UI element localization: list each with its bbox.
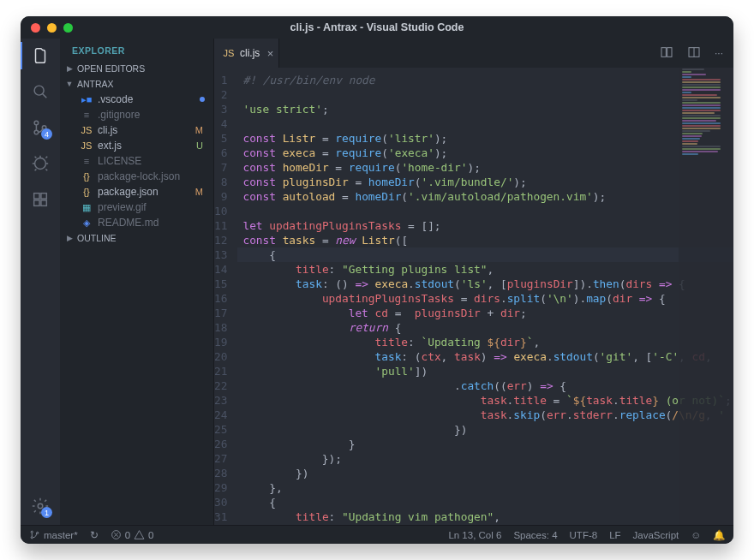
zoom-window-icon[interactable] <box>63 23 73 33</box>
js-file-icon: JS <box>81 140 93 152</box>
eol[interactable]: LF <box>609 530 620 540</box>
close-tab-icon[interactable]: × <box>267 47 274 60</box>
settings-badge: 1 <box>41 507 52 518</box>
window-controls <box>31 23 73 33</box>
line-numbers: 1234567891011121314151617181920212223242… <box>214 68 237 525</box>
file-name: .gitignore <box>98 109 140 121</box>
split-editor-icon[interactable] <box>687 45 701 62</box>
code-content[interactable]: #! /usr/bin/env node 'use strict'; const… <box>237 68 733 525</box>
explorer-sidebar: EXPLORER ▶OPEN EDITORS ▼ANTRAX ▸■.vscode… <box>60 39 214 525</box>
scm-badge: 4 <box>41 128 52 140</box>
tab-label: cli.js <box>240 47 260 59</box>
project-section[interactable]: ▼ANTRAX <box>60 76 213 92</box>
settings-gear-icon[interactable]: 1 <box>30 496 51 516</box>
file-name: package.json <box>98 186 159 198</box>
notifications-icon[interactable]: 🔔 <box>713 529 725 541</box>
vcs-status: U <box>196 140 203 151</box>
file-name: preview.gif <box>98 201 147 213</box>
js-file-icon: JS <box>81 124 93 136</box>
folder-file-icon: ▸■ <box>81 93 93 105</box>
cursor-position[interactable]: Ln 13, Col 6 <box>448 530 501 540</box>
svg-rect-7 <box>34 200 39 206</box>
file-preview-gif[interactable]: ▦preview.gif <box>60 200 213 215</box>
git-branch[interactable]: master* <box>29 529 78 540</box>
svg-rect-5 <box>34 194 39 199</box>
explorer-icon[interactable] <box>30 45 51 66</box>
txt-file-icon: ≡ <box>81 109 93 121</box>
outline-section[interactable]: ▶OUTLINE <box>60 230 213 246</box>
source-control-icon[interactable]: 4 <box>30 117 51 138</box>
file-name: .vscode <box>98 93 133 105</box>
md-file-icon: ◈ <box>81 217 93 229</box>
more-actions-icon[interactable]: ··· <box>715 47 723 59</box>
close-window-icon[interactable] <box>31 23 40 33</box>
file-name: LICENSE <box>98 155 141 167</box>
file-ext-js[interactable]: JSext.jsU <box>60 138 213 153</box>
svg-rect-11 <box>667 47 672 57</box>
encoding[interactable]: UTF-8 <box>570 530 598 540</box>
editor-area: JS cli.js × ··· 123456789101112131415161… <box>214 39 733 525</box>
img-file-icon: ▦ <box>81 201 93 213</box>
minimize-window-icon[interactable] <box>47 23 57 33</box>
modified-dot-icon <box>200 97 205 102</box>
svg-point-1 <box>34 121 39 125</box>
svg-point-14 <box>31 537 33 539</box>
sync-icon[interactable]: ↻ <box>90 529 99 541</box>
extensions-icon[interactable] <box>30 189 51 210</box>
editor-tabs: JS cli.js × ··· <box>214 39 733 68</box>
svg-rect-8 <box>41 200 46 206</box>
txt-file-icon: ≡ <box>81 155 93 167</box>
titlebar: cli.js - Antrax - Visual Studio Code <box>21 16 733 39</box>
open-editors-section[interactable]: ▶OPEN EDITORS <box>60 61 213 76</box>
json-file-icon: {} <box>81 186 93 198</box>
main-area: 4 1 EXPLORER ▶OPEN EDITORS ▼ANTRAX ▸■.vs… <box>21 39 733 525</box>
window-title: cli.js - Antrax - Visual Studio Code <box>290 21 464 33</box>
vcs-status: M <box>195 125 203 135</box>
indentation[interactable]: Spaces: 4 <box>513 530 557 540</box>
status-bar: master* ↻ 0 0 Ln 13, Col 6 Spaces: 4 UTF… <box>21 525 733 544</box>
sidebar-title: EXPLORER <box>60 39 213 61</box>
feedback-icon[interactable]: ☺ <box>691 530 701 540</box>
problems[interactable]: 0 0 <box>111 529 154 540</box>
file-tree: ▶OPEN EDITORS ▼ANTRAX ▸■.vscode≡.gitigno… <box>60 61 213 525</box>
search-icon[interactable] <box>30 81 51 102</box>
file-LICENSE[interactable]: ≡LICENSE <box>60 153 213 169</box>
svg-rect-10 <box>661 47 666 57</box>
svg-rect-6 <box>41 194 46 199</box>
svg-point-4 <box>35 158 46 170</box>
file-name: README.md <box>98 217 159 229</box>
file--gitignore[interactable]: ≡.gitignore <box>60 107 213 122</box>
file-package-lock-json[interactable]: {}package-lock.json <box>60 169 213 184</box>
activity-bar: 4 1 <box>21 39 60 525</box>
editor-actions: ··· <box>660 39 733 68</box>
file-README-md[interactable]: ◈README.md <box>60 215 213 230</box>
file-name: cli.js <box>98 124 117 136</box>
vcs-status: M <box>195 187 203 197</box>
svg-point-0 <box>34 86 44 95</box>
minimap[interactable] <box>679 68 733 525</box>
code-editor[interactable]: 1234567891011121314151617181920212223242… <box>214 68 733 525</box>
debug-icon[interactable] <box>30 153 51 174</box>
vscode-window: cli.js - Antrax - Visual Studio Code 4 1 <box>21 16 733 544</box>
file--vscode[interactable]: ▸■.vscode <box>60 92 213 107</box>
compare-icon[interactable] <box>660 45 673 62</box>
file-name: ext.js <box>98 140 122 152</box>
json-file-icon: {} <box>81 170 93 182</box>
js-file-icon: JS <box>223 47 235 59</box>
tab-cli-js[interactable]: JS cli.js × <box>214 39 279 68</box>
language-mode[interactable]: JavaScript <box>633 530 679 540</box>
file-cli-js[interactable]: JScli.jsM <box>60 122 213 138</box>
file-package-json[interactable]: {}package.jsonM <box>60 184 213 200</box>
svg-point-2 <box>34 130 39 134</box>
svg-point-13 <box>31 531 33 533</box>
file-name: package-lock.json <box>98 170 180 182</box>
